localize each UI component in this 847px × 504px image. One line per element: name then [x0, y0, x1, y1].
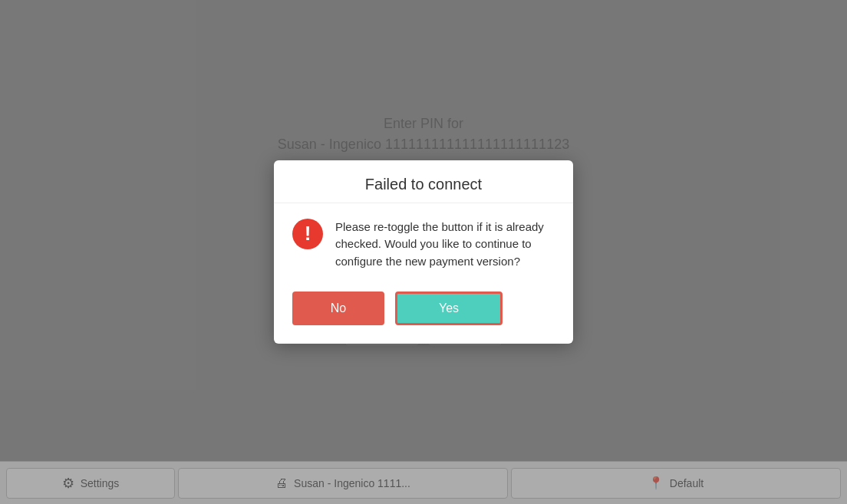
svg-text:!: !: [305, 222, 311, 245]
modal-body: ! Please re-toggle the button if it is a…: [274, 203, 573, 286]
modal-title: Failed to connect: [274, 160, 573, 203]
yes-button[interactable]: Yes: [395, 292, 503, 325]
modal-message: Please re-toggle the button if it is alr…: [335, 219, 555, 271]
warning-icon: !: [292, 219, 323, 249]
modal-overlay: Failed to connect ! Please re-toggle the…: [0, 0, 847, 504]
no-button[interactable]: No: [292, 292, 384, 325]
modal-dialog: Failed to connect ! Please re-toggle the…: [274, 160, 573, 344]
modal-footer: No Yes: [274, 285, 573, 344]
